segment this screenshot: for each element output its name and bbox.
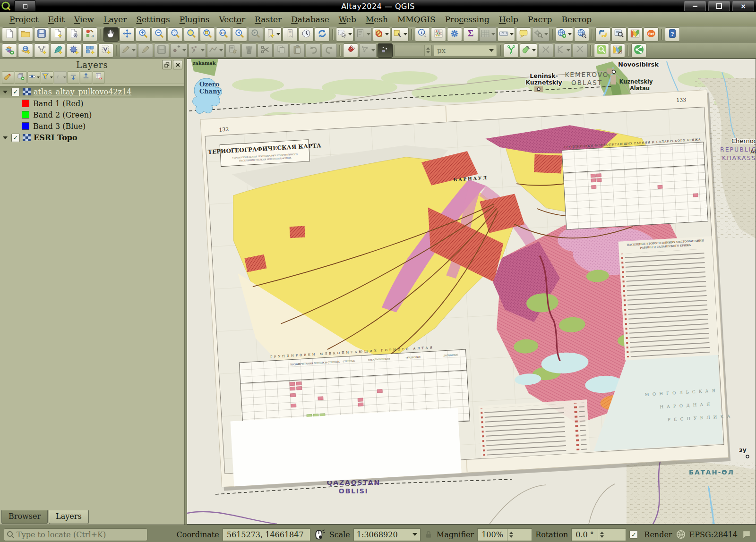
metasearch-add-globe-button[interactable] (556, 27, 573, 42)
menu-вектор[interactable]: Вектор (557, 14, 596, 25)
dropdown-caret-icon[interactable] (491, 33, 495, 35)
panel-close-button[interactable] (173, 60, 182, 69)
menu-raster[interactable]: Raster (250, 14, 286, 25)
lock-scale-icon[interactable] (424, 529, 433, 540)
snap-tolerance[interactable] (394, 45, 432, 56)
open-project-button[interactable] (18, 27, 33, 42)
zoom-out-button[interactable] (152, 27, 167, 42)
dropdown-caret-icon[interactable] (567, 49, 570, 51)
dropdown-caret-icon[interactable] (63, 76, 66, 78)
menu-help[interactable]: Help (494, 14, 523, 25)
band-row[interactable]: Band 3 (Blue) (0, 120, 184, 132)
messages-icon[interactable] (741, 529, 752, 540)
deselect-all-button[interactable] (373, 27, 390, 42)
manage-map-themes-button[interactable] (27, 71, 40, 84)
remove-layer-button[interactable] (93, 71, 105, 84)
new-shapefile-layer-button[interactable] (34, 43, 49, 58)
layer-row-atlas-altay-pulkovo42z14[interactable]: ✓atlas_altay_pulkovo42z14 (0, 86, 184, 98)
new-virtual-layer-button[interactable] (98, 43, 113, 58)
menu-processing[interactable]: Processing (440, 14, 494, 25)
band-row[interactable]: Band 2 (Green) (0, 109, 184, 120)
dropdown-caret-icon[interactable] (544, 33, 548, 35)
osm-place-search-button[interactable] (594, 43, 609, 58)
pan-map-button[interactable] (103, 27, 119, 42)
snapping-display-toggle-button[interactable] (378, 43, 393, 58)
dropdown-caret-icon[interactable] (219, 49, 223, 51)
menu-edit[interactable]: Edit (43, 14, 70, 25)
expand-all-button[interactable] (67, 71, 79, 84)
data-source-manager-button[interactable] (2, 43, 17, 58)
quickmapservices-button[interactable] (610, 43, 625, 58)
filter-legend-button[interactable] (41, 71, 53, 84)
layer-checkbox[interactable]: ✓ (11, 88, 20, 96)
statistical-summary-button[interactable]: Σ (463, 27, 478, 42)
menu-settings[interactable]: Settings (131, 14, 174, 25)
dropdown-caret-icon[interactable] (404, 33, 407, 35)
extents-toggle-icon[interactable] (314, 528, 326, 541)
map-canvas-svg[interactable]: zakamsk Ozero Chany Novosibirsk Leninsk-… (187, 59, 756, 524)
render-checkbox[interactable]: ✓ (629, 530, 638, 539)
panel-float-button[interactable] (162, 60, 172, 69)
crs-globe-icon[interactable] (676, 529, 686, 540)
python-console-button[interactable] (595, 27, 610, 42)
zoom-in-button[interactable] (136, 27, 151, 42)
zoom-last-button[interactable] (232, 27, 247, 42)
crs-status[interactable]: EPSG:28414 (689, 530, 738, 539)
select-features-button[interactable] (336, 27, 353, 42)
show-layout-manager-button[interactable] (66, 27, 81, 42)
refresh-map-button[interactable] (315, 27, 330, 42)
zoom-full-extent-button[interactable] (168, 27, 183, 42)
panel-tab-layers[interactable]: Layers (49, 510, 89, 524)
dropdown-caret-icon[interactable] (276, 33, 280, 35)
magnifier-spin[interactable]: 100% (477, 528, 532, 541)
search-plugin-button[interactable] (611, 27, 627, 42)
scale-combo[interactable]: 1:3068920 (353, 528, 421, 541)
select-features-by-value-button[interactable] (391, 27, 409, 42)
share-plugin-button[interactable] (631, 43, 646, 58)
new-project-button[interactable] (2, 27, 17, 42)
coordinate-field[interactable]: 5615273, 14661847 (223, 528, 310, 541)
dropdown-caret-icon[interactable] (367, 33, 370, 35)
stream-digitizing-button[interactable] (520, 43, 537, 58)
save-project-button[interactable] (34, 27, 49, 42)
locator-search[interactable]: Type to locate (Ctrl+K) (4, 528, 147, 541)
layer-row-esri-topo[interactable]: ✓ESRI Topo (0, 132, 184, 144)
rotation-spin[interactable]: 0.0 ° (571, 528, 626, 541)
menu-layer[interactable]: Layer (99, 14, 131, 25)
dropdown-caret-icon[interactable] (568, 33, 572, 35)
map-canvas[interactable]: zakamsk Ozero Chany Novosibirsk Leninsk-… (187, 59, 756, 525)
dropdown-caret-icon[interactable] (132, 49, 136, 51)
new-spatialite-layer-button[interactable] (66, 43, 81, 58)
zoom-to-layer-button[interactable] (200, 27, 215, 42)
new-mesh-layer-button[interactable] (82, 43, 97, 58)
zoom-native-button[interactable]: 1:1 (216, 27, 231, 42)
dropdown-caret-icon[interactable] (532, 49, 536, 51)
dropdown-caret-icon[interactable] (510, 33, 514, 35)
mmqgis-plugin-button[interactable] (627, 27, 643, 42)
pan-to-selection-button[interactable] (120, 27, 135, 42)
menu-web[interactable]: Web (334, 14, 361, 25)
collapse-all-button[interactable] (80, 71, 92, 84)
open-layer-styling-button[interactable] (2, 71, 14, 84)
expand-arrow-icon[interactable] (3, 91, 8, 93)
add-vector-layer-button[interactable] (18, 43, 33, 58)
identify-features-button[interactable]: i (415, 27, 430, 42)
new-geopackage-layer-button[interactable] (50, 43, 65, 58)
panel-tab-browser[interactable]: Browser (1, 510, 48, 524)
menu-project[interactable]: Project (5, 14, 43, 25)
measure-button[interactable] (498, 27, 515, 42)
menu-mesh[interactable]: Mesh (361, 14, 393, 25)
enable-tracing-button[interactable] (504, 43, 519, 58)
new-spatial-bookmark-button[interactable] (264, 27, 282, 42)
dropdown-caret-icon[interactable] (348, 33, 352, 35)
dropdown-caret-icon[interactable] (37, 76, 40, 78)
dropdown-caret-icon[interactable] (201, 49, 205, 51)
menu-database[interactable]: Database (286, 14, 334, 25)
field-calculator-button[interactable] (431, 27, 446, 42)
add-group-button[interactable] (15, 71, 27, 84)
menu-view[interactable]: View (69, 14, 99, 25)
show-spatial-bookmarks-button[interactable] (283, 27, 298, 42)
processing-toolbox-button[interactable] (447, 27, 462, 42)
zoom-to-selection-button[interactable] (184, 27, 199, 42)
dropdown-caret-icon[interactable] (50, 76, 53, 78)
